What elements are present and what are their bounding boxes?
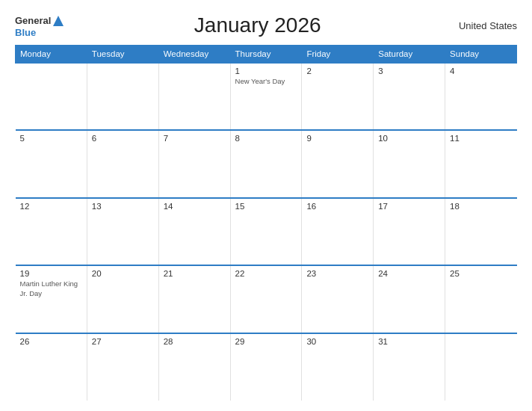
calendar-cell: 28 xyxy=(158,333,230,401)
holiday-label: Martin Luther King Jr. Day xyxy=(20,279,82,298)
day-number: 2 xyxy=(306,67,368,75)
calendar-cell xyxy=(16,63,87,130)
calendar-cell: 16 xyxy=(302,198,374,265)
calendar-week-row: 567891011 xyxy=(16,130,517,197)
calendar-cell: 27 xyxy=(87,333,158,401)
calendar-cell: 10 xyxy=(374,130,445,197)
day-number: 25 xyxy=(450,269,512,278)
calendar-cell: 1New Year's Day xyxy=(230,63,302,130)
svg-marker-0 xyxy=(53,16,64,26)
column-header-friday: Friday xyxy=(302,46,374,64)
calendar-cell: 29 xyxy=(230,333,302,401)
day-number: 27 xyxy=(92,337,154,346)
calendar-week-row: 12131415161718 xyxy=(16,198,517,265)
calendar-cell: 6 xyxy=(87,130,158,197)
day-number: 14 xyxy=(164,202,226,211)
calendar-week-row: 262728293031 xyxy=(16,333,517,401)
day-number: 9 xyxy=(306,134,368,143)
country-label: United States xyxy=(450,20,517,31)
calendar-week-row: 1New Year's Day234 xyxy=(16,63,517,130)
column-header-tuesday: Tuesday xyxy=(87,46,158,64)
calendar-cell: 15 xyxy=(230,198,302,265)
day-number: 7 xyxy=(164,134,226,143)
day-number: 31 xyxy=(378,337,440,346)
calendar-cell: 25 xyxy=(445,265,517,333)
calendar-cell: 11 xyxy=(445,130,517,197)
calendar-cell: 24 xyxy=(374,265,445,333)
logo-icon xyxy=(52,14,65,28)
day-number: 30 xyxy=(306,337,368,346)
day-number: 12 xyxy=(20,202,82,211)
logo: General Blue xyxy=(15,14,65,37)
day-number: 21 xyxy=(164,269,226,278)
day-number: 4 xyxy=(450,67,512,75)
day-number: 1 xyxy=(235,67,297,75)
calendar-cell: 3 xyxy=(374,63,445,130)
calendar-cell: 13 xyxy=(87,198,158,265)
day-number: 10 xyxy=(378,134,440,143)
holiday-label: New Year's Day xyxy=(235,77,297,86)
day-number: 16 xyxy=(306,202,368,211)
calendar-cell: 18 xyxy=(445,198,517,265)
calendar-cell: 12 xyxy=(16,198,87,265)
calendar-table: MondayTuesdayWednesdayThursdayFridaySatu… xyxy=(15,45,517,401)
column-header-thursday: Thursday xyxy=(230,46,302,64)
calendar-cell: 14 xyxy=(158,198,230,265)
day-number: 24 xyxy=(378,269,440,278)
logo-general-text: General xyxy=(15,16,51,25)
day-number: 22 xyxy=(235,269,297,278)
calendar-cell: 23 xyxy=(302,265,374,333)
calendar-title: January 2026 xyxy=(65,13,450,37)
column-header-wednesday: Wednesday xyxy=(158,46,230,64)
day-number: 29 xyxy=(235,337,297,346)
day-number: 18 xyxy=(450,202,512,211)
calendar-cell: 19Martin Luther King Jr. Day xyxy=(16,265,87,333)
calendar-cell: 5 xyxy=(16,130,87,197)
day-number: 23 xyxy=(306,269,368,278)
calendar-cell: 17 xyxy=(374,198,445,265)
calendar-cell: 8 xyxy=(230,130,302,197)
day-number: 19 xyxy=(20,269,82,278)
calendar-cell: 4 xyxy=(445,63,517,130)
day-number: 3 xyxy=(378,67,440,75)
calendar-cell: 22 xyxy=(230,265,302,333)
calendar-header-row: MondayTuesdayWednesdayThursdayFridaySatu… xyxy=(16,46,517,64)
day-number: 20 xyxy=(92,269,154,278)
calendar-cell: 30 xyxy=(302,333,374,401)
calendar-page: General Blue January 2026 United States … xyxy=(0,0,532,411)
column-header-monday: Monday xyxy=(16,46,87,64)
calendar-cell xyxy=(158,63,230,130)
calendar-cell: 2 xyxy=(302,63,374,130)
day-number: 6 xyxy=(92,134,154,143)
calendar-cell: 7 xyxy=(158,130,230,197)
day-number: 13 xyxy=(92,202,154,211)
calendar-cell: 20 xyxy=(87,265,158,333)
calendar-cell: 26 xyxy=(16,333,87,401)
day-number: 26 xyxy=(20,337,82,346)
calendar-cell: 21 xyxy=(158,265,230,333)
calendar-week-row: 19Martin Luther King Jr. Day202122232425 xyxy=(16,265,517,333)
calendar-cell xyxy=(445,333,517,401)
day-number: 8 xyxy=(235,134,297,143)
day-number: 11 xyxy=(450,134,512,143)
column-header-sunday: Sunday xyxy=(445,46,517,64)
day-number: 5 xyxy=(20,134,82,143)
logo-blue-text: Blue xyxy=(15,28,36,37)
day-number: 28 xyxy=(164,337,226,346)
day-number: 15 xyxy=(235,202,297,211)
calendar-cell: 9 xyxy=(302,130,374,197)
column-header-saturday: Saturday xyxy=(374,46,445,64)
calendar-cell xyxy=(87,63,158,130)
calendar-cell: 31 xyxy=(374,333,445,401)
calendar-header: General Blue January 2026 United States xyxy=(15,13,517,37)
day-number: 17 xyxy=(378,202,440,211)
